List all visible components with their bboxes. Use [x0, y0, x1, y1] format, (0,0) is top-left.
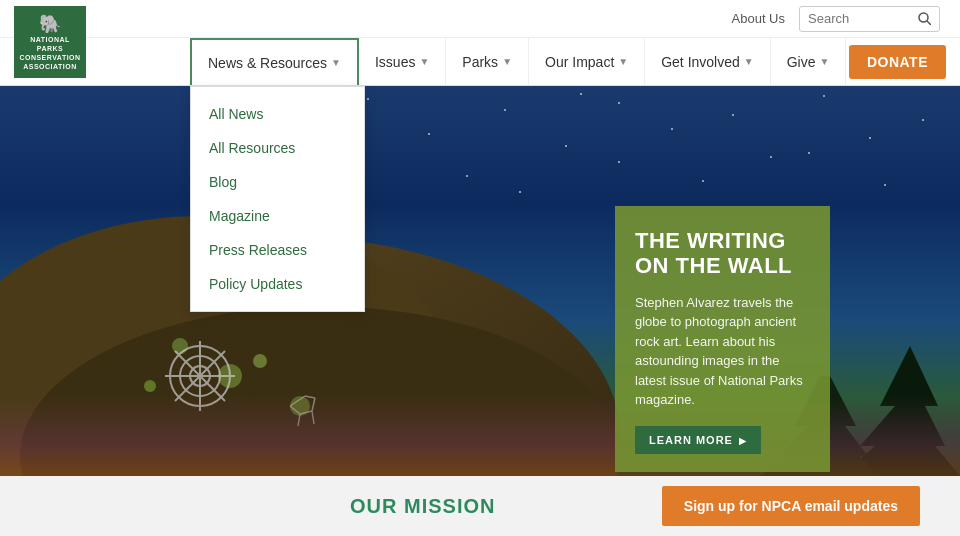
email-signup-button[interactable]: Sign up for NPCA email updates: [662, 486, 920, 526]
nav-item-give[interactable]: Give ▼: [771, 38, 847, 85]
donate-button[interactable]: DONATE: [849, 45, 946, 79]
svg-line-1: [927, 21, 931, 25]
dropdown-item-all-news[interactable]: All News: [191, 97, 364, 131]
our-mission-label: OUR MISSION: [350, 495, 495, 518]
svg-point-0: [919, 13, 928, 22]
chevron-down-icon: ▼: [502, 56, 512, 67]
chevron-down-icon: ▼: [419, 56, 429, 67]
hero-card-body: Stephen Alvarez travels the globe to pho…: [635, 293, 810, 410]
about-us-link[interactable]: About Us: [732, 11, 785, 26]
svg-point-7: [144, 380, 156, 392]
main-nav: 🐘 NATIONALPARKSCONSERVATIONASSOCIATION N…: [0, 38, 960, 86]
search-button[interactable]: [910, 12, 939, 25]
dropdown-item-press-releases[interactable]: Press Releases: [191, 233, 364, 267]
bottom-bar: OUR MISSION Sign up for NPCA email updat…: [0, 476, 960, 536]
dropdown-item-blog[interactable]: Blog: [191, 165, 364, 199]
chevron-down-icon: ▼: [331, 57, 341, 68]
chevron-down-icon: ▼: [744, 56, 754, 67]
nav-item-news-resources[interactable]: News & Resources ▼: [190, 38, 359, 85]
chevron-down-icon: ▼: [618, 56, 628, 67]
chevron-down-icon: ▼: [820, 56, 830, 67]
logo-text: NATIONALPARKSCONSERVATIONASSOCIATION: [19, 35, 80, 71]
nav-item-parks[interactable]: Parks ▼: [446, 38, 529, 85]
search-icon: [918, 12, 931, 25]
hero-card-title: THE WRITING ON THE WALL: [635, 228, 810, 279]
learn-more-button[interactable]: LEARN MORE: [635, 426, 761, 454]
dropdown-item-magazine[interactable]: Magazine: [191, 199, 364, 233]
search-wrapper: [799, 6, 940, 32]
logo-wrapper[interactable]: 🐘 NATIONALPARKSCONSERVATIONASSOCIATION: [14, 6, 86, 78]
hero-section: THE WRITING ON THE WALL Stephen Alvarez …: [0, 86, 960, 476]
logo-animal-icon: 🐘: [39, 13, 61, 35]
dropdown-item-all-resources[interactable]: All Resources: [191, 131, 364, 165]
search-input[interactable]: [800, 8, 910, 29]
utility-bar: About Us: [0, 0, 960, 38]
svg-point-9: [253, 354, 267, 368]
nav-item-get-involved[interactable]: Get Involved ▼: [645, 38, 771, 85]
news-resources-dropdown: All News All Resources Blog Magazine Pre…: [190, 86, 365, 312]
logo-box: 🐘 NATIONALPARKSCONSERVATIONASSOCIATION: [14, 6, 86, 78]
nav-item-issues[interactable]: Issues ▼: [359, 38, 446, 85]
hero-info-card: THE WRITING ON THE WALL Stephen Alvarez …: [615, 206, 830, 472]
dropdown-item-policy-updates[interactable]: Policy Updates: [191, 267, 364, 301]
nav-item-our-impact[interactable]: Our Impact ▼: [529, 38, 645, 85]
